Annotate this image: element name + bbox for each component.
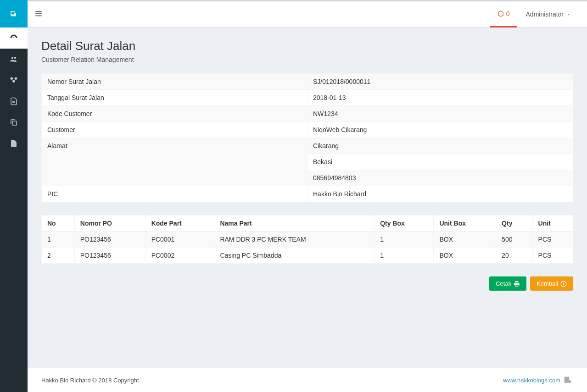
- cell-unit_box: BOX: [434, 248, 496, 264]
- table-row: 1PO123456PC0001RAM DDR 3 PC MERK TEAM1BO…: [42, 232, 573, 248]
- cell-kode_part: PC0001: [145, 232, 214, 248]
- footer-link[interactable]: www.hakkoblogs.com: [503, 377, 560, 384]
- arrow-right-circle-icon: [560, 281, 567, 287]
- col-qty: Qty: [496, 215, 532, 232]
- sidebar-item-file[interactable]: [0, 133, 28, 154]
- cell-nama_part: Casing PC Simbadda: [214, 248, 375, 264]
- page-subtitle: Customer Relation Management: [41, 56, 573, 63]
- navbar: 0 Administrator: [28, 0, 587, 28]
- cell-nomor_po: PO123456: [74, 248, 145, 264]
- sidebar-item-cubes[interactable]: [0, 70, 28, 91]
- col-nomor-po: Nomor PO: [74, 215, 145, 232]
- bars-icon: [34, 10, 43, 18]
- col-unit: Unit: [532, 215, 573, 232]
- detail-value: SJ/012018/0000011: [307, 74, 573, 90]
- detail-value: 085694984803: [307, 170, 573, 186]
- col-unit-box: Unit Box: [434, 215, 496, 232]
- cell-nama_part: RAM DDR 3 PC MERK TEAM: [214, 232, 375, 248]
- sidebar-item-doc[interactable]: [0, 91, 28, 112]
- cell-unit: PCS: [532, 232, 573, 248]
- kembali-label: Kembali: [537, 280, 558, 287]
- notification-count: 0: [506, 10, 510, 17]
- col-nama-part: Nama Part: [214, 215, 375, 232]
- cubes-icon: [10, 76, 18, 84]
- cell-qty: 20: [496, 248, 532, 264]
- svg-point-1: [14, 57, 17, 59]
- items-table: No Nomor PO Kode Part Nama Part Qty Box …: [41, 215, 573, 264]
- truck-icon: [10, 10, 18, 18]
- sidebar-item-copy[interactable]: [0, 112, 28, 133]
- notification-button[interactable]: 0: [490, 1, 517, 28]
- cube-icon: [497, 10, 504, 17]
- copy-icon: [10, 118, 18, 127]
- cell-qty_box: 1: [375, 248, 434, 264]
- footer: Hakko Bio Richard © 2018 Copyright. www.…: [28, 368, 587, 392]
- cell-qty_box: 1: [375, 232, 434, 248]
- svg-point-3: [561, 281, 566, 287]
- cetak-label: Cetak: [496, 280, 511, 287]
- detail-label: Customer: [42, 122, 307, 138]
- sidebar-item-dashboard[interactable]: [0, 28, 28, 49]
- svg-point-0: [11, 57, 14, 59]
- brand-logo[interactable]: [0, 0, 28, 28]
- svg-rect-2: [12, 121, 17, 125]
- detail-value: NiqoWeb Cikarang: [307, 122, 573, 138]
- sidebar: [0, 0, 28, 392]
- col-kode-part: Kode Part: [145, 215, 214, 232]
- dashboard-icon: [10, 34, 18, 42]
- detail-label: Kode Customer: [42, 106, 307, 122]
- detail-label: Alamat: [42, 138, 307, 186]
- page-title: Detail Surat Jalan: [41, 39, 573, 53]
- file-text-icon: [10, 97, 18, 105]
- sidebar-item-users[interactable]: [0, 49, 28, 70]
- cell-no: 2: [42, 248, 75, 264]
- table-row: 2PO123456PC0002Casing PC Simbadda1BOX20P…: [42, 248, 573, 264]
- truck-icon: [563, 375, 573, 385]
- users-icon: [10, 55, 18, 63]
- file-icon: [10, 139, 18, 148]
- detail-label: Nomor Surat Jalan: [42, 74, 307, 90]
- detail-label: Tanggal Surat Jalan: [42, 90, 307, 106]
- cetak-button[interactable]: Cetak: [489, 276, 526, 291]
- kembali-button[interactable]: Kembali: [530, 276, 573, 291]
- cell-qty: 500: [496, 232, 532, 248]
- detail-table: Nomor Surat JalanSJ/012018/0000011 Tangg…: [41, 73, 573, 202]
- col-no: No: [42, 215, 75, 232]
- user-label: Administrator: [526, 11, 564, 18]
- detail-value: NW1234: [307, 106, 573, 122]
- print-icon: [514, 281, 520, 287]
- detail-label: PIC: [42, 186, 307, 202]
- user-menu[interactable]: Administrator: [517, 11, 580, 18]
- footer-left: Hakko Bio Richard © 2018 Copyright.: [41, 377, 140, 384]
- cell-nomor_po: PO123456: [74, 232, 145, 248]
- cell-kode_part: PC0002: [145, 248, 214, 264]
- detail-value: 2018-01-13: [307, 90, 573, 106]
- detail-value: Cikarang: [307, 138, 573, 154]
- cell-no: 1: [42, 232, 75, 248]
- cell-unit: PCS: [532, 248, 573, 264]
- cell-unit_box: BOX: [434, 232, 496, 248]
- detail-value: Hakko Bio Richard: [307, 186, 573, 202]
- detail-value: Bekasi: [307, 154, 573, 170]
- sidebar-toggle[interactable]: [34, 10, 43, 19]
- caret-down-icon: [566, 12, 571, 17]
- col-qty-box: Qty Box: [375, 215, 434, 232]
